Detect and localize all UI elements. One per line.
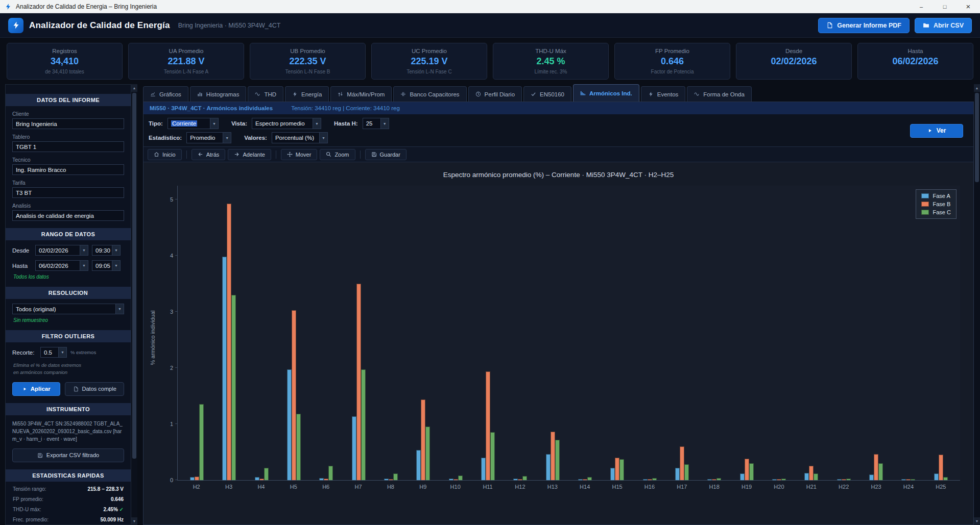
- estadistico-select[interactable]: Promedio ▼: [186, 132, 231, 143]
- desde-time-select[interactable]: 09:30 ▼: [92, 245, 121, 256]
- tipo-select[interactable]: Corriente ▼: [168, 118, 219, 129]
- toolbar-zoom-button[interactable]: Zoom: [320, 149, 355, 160]
- desde-date-select[interactable]: 02/02/2026 ▼: [35, 245, 88, 256]
- hasta-time-select[interactable]: 09:05 ▼: [92, 260, 121, 271]
- sidebar-scroll-track[interactable]: [131, 92, 137, 517]
- tab-perfil-diario[interactable]: Perfil Diario: [468, 86, 522, 102]
- stat-card-value: 221.88 V: [168, 56, 204, 67]
- chevron-down-icon[interactable]: ▼: [112, 245, 120, 255]
- main-scroll-thumb[interactable]: [975, 93, 979, 182]
- tab-banco-capacitores[interactable]: Banco Capacitores: [393, 86, 466, 102]
- quick-stat-value: 0.646: [111, 496, 124, 502]
- tab-graficos[interactable]: Gráficos: [143, 86, 188, 102]
- toolbar-guardar-button[interactable]: Guardar: [365, 149, 407, 160]
- plot-area[interactable]: 012345Fase AFase BFase C: [177, 186, 960, 481]
- aplicar-button[interactable]: Aplicar: [12, 382, 60, 396]
- bar-h9-fase-c: [425, 427, 430, 480]
- check-icon: ✓: [119, 507, 124, 512]
- close-button[interactable]: ×: [957, 0, 980, 13]
- tab-label: Armónicos Ind.: [589, 90, 632, 96]
- vista-select[interactable]: Espectro promedio ▼: [252, 118, 321, 129]
- chevron-down-icon[interactable]: ▼: [112, 261, 120, 270]
- bar-h17-fase-c: [684, 464, 689, 480]
- y-tick-label: 2: [170, 365, 173, 371]
- chevron-down-icon[interactable]: ▼: [210, 118, 218, 129]
- valores-select[interactable]: Porcentual (%) ▼: [272, 132, 328, 143]
- minimize-button[interactable]: –: [910, 0, 933, 13]
- energy-icon: [648, 91, 654, 97]
- tab-max-min-prom[interactable]: Máx/Min/Prom: [330, 86, 392, 102]
- sidebar-scroll-thumb[interactable]: [132, 93, 136, 459]
- toolbar-adelante-button[interactable]: Adelante: [228, 149, 271, 160]
- quick-stat-row-tension-rango: Tensión rango:215.8 – 228.3 V: [13, 486, 124, 492]
- tab-thd[interactable]: THD: [248, 86, 283, 102]
- tab-armonicos-ind[interactable]: Armónicos Ind.: [573, 84, 639, 102]
- check-icon: [531, 91, 536, 97]
- resolucion-select[interactable]: Todos (original) ▼: [12, 304, 124, 314]
- recorte-select[interactable]: 0.5 ▼: [40, 347, 67, 358]
- bar-h22-fase-a: [837, 479, 842, 480]
- window-title: Analizador de Calidad de Energia – Bring…: [16, 3, 157, 10]
- toolbar-inicio-button[interactable]: Inicio: [148, 149, 182, 160]
- field-label-tecnico: Tecnico: [12, 157, 124, 163]
- chevron-down-icon[interactable]: ▼: [80, 245, 88, 255]
- generar-informe-pdf-button[interactable]: Generar Informe PDF: [818, 18, 910, 33]
- tab-energia[interactable]: Energía: [285, 86, 329, 102]
- bar-group-h20: [763, 186, 795, 480]
- harmonics-controls: Tipo: Corriente ▼ Vista: Espectro promed…: [144, 114, 973, 146]
- field-input-tablero[interactable]: [12, 141, 124, 152]
- bar-h20-fase-a: [772, 479, 777, 480]
- abrir-csv-button[interactable]: Abrir CSV: [915, 18, 972, 33]
- export-csv-button[interactable]: Exportar CSV filtrado: [12, 448, 124, 462]
- y-tick-label: 1: [170, 421, 173, 427]
- ver-button[interactable]: Ver: [910, 124, 963, 138]
- field-input-analisis[interactable]: [12, 210, 124, 221]
- hasta-label: Hasta: [12, 263, 32, 269]
- chevron-down-icon[interactable]: ▼: [80, 261, 88, 270]
- x-tick-label-h13: H13: [536, 484, 568, 490]
- chevron-down-icon[interactable]: ▼: [58, 347, 66, 357]
- main-scroll-track[interactable]: [974, 92, 980, 517]
- tab-en50160[interactable]: EN50160: [523, 86, 571, 102]
- quick-stat-label: FP promedio:: [13, 496, 43, 502]
- stat-card-value: 225.19 V: [411, 56, 447, 67]
- hasta-date-select[interactable]: 06/02/2026 ▼: [35, 260, 88, 271]
- instrument-info: Mi550 3P4W_4CT SN:3524988002 TGBT_ALA_NU…: [12, 420, 124, 443]
- toolbar-mover-button[interactable]: Mover: [281, 149, 318, 160]
- scroll-up-icon[interactable]: ▲: [974, 84, 980, 92]
- scroll-down-icon[interactable]: ▼: [974, 517, 980, 525]
- chevron-down-icon[interactable]: ▼: [223, 133, 231, 143]
- toolbar-atras-button[interactable]: Atrás: [192, 149, 226, 160]
- maximize-button[interactable]: □: [933, 0, 957, 13]
- chevron-down-icon[interactable]: ▼: [319, 133, 327, 143]
- field-input-tarifa[interactable]: [12, 187, 124, 198]
- chevron-down-icon[interactable]: ▼: [115, 304, 124, 314]
- quick-stat-label: THD-U máx:: [13, 507, 41, 512]
- desde-time-value: 09:30: [92, 245, 112, 255]
- scroll-up-icon[interactable]: ▲: [131, 84, 137, 92]
- stat-card-label: FP Promedio: [655, 48, 689, 54]
- stat-card-sub: Tensión L-N Fase B: [285, 69, 330, 75]
- tab-eventos[interactable]: Eventos: [641, 86, 686, 102]
- field-input-tecnico[interactable]: [12, 164, 124, 175]
- tipo-label: Tipo:: [149, 120, 163, 127]
- x-tick-label-h22: H22: [828, 484, 860, 490]
- tab-forma-de-onda[interactable]: Forma de Onda: [687, 86, 752, 102]
- bar-h17-fase-b: [680, 446, 684, 480]
- scroll-down-icon[interactable]: ▼: [131, 517, 137, 525]
- tipo-value: Corriente: [168, 118, 210, 129]
- bar-h14-fase-a: [578, 479, 583, 480]
- x-tick-label-h11: H11: [471, 484, 504, 490]
- main-scrollbar[interactable]: ▲ ▼: [974, 84, 980, 525]
- sidebar-scrollbar[interactable]: ▲ ▼: [131, 84, 137, 525]
- chevron-down-icon[interactable]: ▼: [380, 118, 389, 129]
- hasta-h-select[interactable]: 25 ▼: [363, 118, 389, 129]
- datos-completos-button[interactable]: Datos comple: [65, 382, 124, 396]
- x-tick-label-h14: H14: [569, 484, 601, 490]
- tab-label: Energía: [301, 91, 322, 97]
- field-input-cliente[interactable]: [12, 118, 124, 129]
- x-tick-label-h19: H19: [730, 484, 762, 490]
- chart-icon: [150, 91, 156, 97]
- chevron-down-icon[interactable]: ▼: [313, 118, 321, 129]
- tab-histogramas[interactable]: Histogramas: [190, 86, 247, 102]
